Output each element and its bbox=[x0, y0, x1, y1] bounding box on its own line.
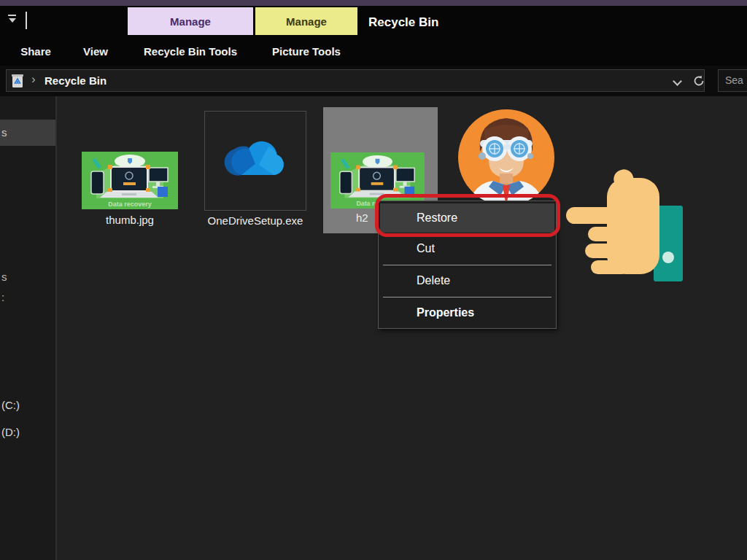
onedrive-cloud-icon bbox=[222, 136, 289, 182]
manage-label: Manage bbox=[170, 15, 211, 28]
menu-item-properties[interactable]: Properties bbox=[380, 298, 554, 327]
address-bar[interactable]: › Recycle Bin bbox=[6, 69, 705, 92]
menu-separator bbox=[383, 265, 551, 265]
breadcrumb-chevron-icon: › bbox=[31, 72, 36, 87]
title-bar bbox=[0, 0, 747, 6]
sidebar-item-selected[interactable]: s bbox=[0, 120, 55, 146]
tab-share[interactable]: Share bbox=[10, 41, 61, 63]
main-area: s s : (C:) (D:) Data rec bbox=[0, 96, 747, 560]
sidebar-item-fragment[interactable]: : bbox=[1, 290, 4, 305]
menu-separator bbox=[383, 297, 551, 298]
breadcrumb-location[interactable]: Recycle Bin bbox=[44, 70, 107, 91]
caret-divider bbox=[26, 12, 27, 29]
sidebar-item-fragment[interactable]: s bbox=[1, 270, 7, 284]
manage-label: Manage bbox=[286, 15, 327, 28]
tab-manage-recycle-bin-tools[interactable]: Manage bbox=[128, 7, 253, 35]
navigation-sidebar: s s : (C:) (D:) bbox=[0, 96, 57, 560]
recycle-bin-icon bbox=[10, 73, 25, 88]
pointing-hand-icon bbox=[565, 169, 684, 295]
refresh-icon[interactable] bbox=[692, 74, 705, 88]
tab-view[interactable]: View bbox=[73, 41, 118, 63]
file-list: Data recovery thumb.jpg OneDriveSetup.ex… bbox=[57, 96, 747, 560]
ribbon: Manage Manage Share View Recycle Bin Too… bbox=[0, 6, 747, 66]
annotation-highlight-box bbox=[375, 194, 560, 237]
file-name-label[interactable]: OneDriveSetup.exe bbox=[200, 214, 311, 228]
file-name-label[interactable]: thumb.jpg bbox=[74, 213, 185, 228]
window-title: Recycle Bin bbox=[368, 13, 438, 32]
address-row: › Recycle Bin Sea bbox=[0, 66, 747, 96]
sidebar-item-drive-d[interactable]: (D:) bbox=[1, 425, 20, 440]
address-dropdown-chevron-icon[interactable] bbox=[673, 77, 682, 86]
tab-picture-tools[interactable]: Picture Tools bbox=[255, 41, 357, 63]
tab-manage-picture-tools[interactable]: Manage bbox=[255, 7, 357, 35]
menu-item-cut[interactable]: Cut bbox=[380, 234, 554, 263]
quick-access-toolbar-icon[interactable] bbox=[7, 13, 18, 23]
thumbnail-caption: Data recovery bbox=[108, 201, 152, 208]
menu-item-delete[interactable]: Delete bbox=[380, 266, 554, 295]
sidebar-item-drive-c[interactable]: (C:) bbox=[1, 398, 20, 413]
tab-recycle-bin-tools[interactable]: Recycle Bin Tools bbox=[128, 41, 253, 63]
file-thumbnail-image[interactable]: Data recovery bbox=[82, 152, 178, 209]
search-input[interactable]: Sea bbox=[718, 69, 747, 92]
